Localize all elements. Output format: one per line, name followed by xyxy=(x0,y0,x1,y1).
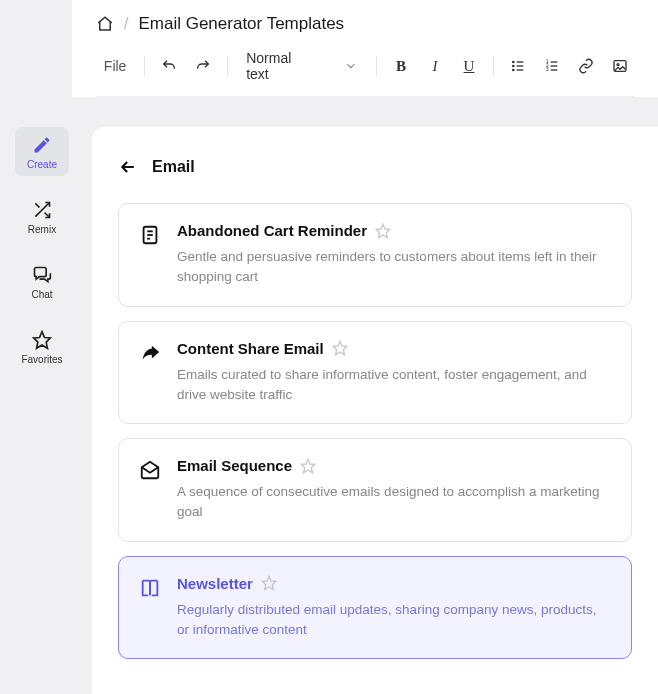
home-icon[interactable] xyxy=(96,15,114,33)
italic-button[interactable]: I xyxy=(421,51,449,81)
bullet-list-icon xyxy=(510,58,526,74)
svg-marker-19 xyxy=(376,224,389,237)
page-title: Email Generator Templates xyxy=(138,14,344,34)
template-card-newsletter[interactable]: Newsletter Regularly distributed email u… xyxy=(118,556,632,660)
underline-button[interactable]: U xyxy=(455,51,483,81)
favorite-star-icon[interactable] xyxy=(261,575,277,591)
card-body: Email Sequence A sequence of consecutive… xyxy=(177,457,611,523)
card-title: Newsletter xyxy=(177,575,253,592)
sidebar-item-chat[interactable]: Chat xyxy=(15,257,69,306)
svg-point-1 xyxy=(513,65,514,66)
card-title-row: Abandoned Cart Reminder xyxy=(177,222,611,239)
sidebar-item-label: Remix xyxy=(28,224,56,235)
format-select-label: Normal text xyxy=(246,50,316,82)
sidebar: Create Remix Chat Favorites xyxy=(0,127,72,694)
sidebar-item-create[interactable]: Create xyxy=(15,127,69,176)
content-title: Email xyxy=(152,158,195,176)
template-card-content-share[interactable]: Content Share Email Emails curated to sh… xyxy=(118,321,632,425)
card-description: A sequence of consecutive emails designe… xyxy=(177,482,611,523)
content-panel: Email Abandoned Cart Reminder Gentle and… xyxy=(92,127,658,694)
bold-button[interactable]: B xyxy=(387,51,415,81)
card-description: Emails curated to share informative cont… xyxy=(177,365,611,406)
toolbar-divider xyxy=(227,56,228,76)
numbered-list-icon: 123 xyxy=(544,58,560,74)
card-body: Newsletter Regularly distributed email u… xyxy=(177,575,611,641)
sidebar-item-favorites[interactable]: Favorites xyxy=(15,322,69,371)
link-button[interactable] xyxy=(572,51,600,81)
card-body: Abandoned Cart Reminder Gentle and persu… xyxy=(177,222,611,288)
back-arrow-icon[interactable] xyxy=(118,157,138,177)
card-title: Email Sequence xyxy=(177,457,292,474)
star-icon xyxy=(32,330,52,350)
editor-toolbar: File Normal text B I U 123 xyxy=(96,50,634,97)
book-open-icon xyxy=(139,577,161,599)
share-arrow-icon xyxy=(139,342,161,364)
template-card-abandoned-cart[interactable]: Abandoned Cart Reminder Gentle and persu… xyxy=(118,203,632,307)
card-title-row: Email Sequence xyxy=(177,457,611,474)
card-body: Content Share Email Emails curated to sh… xyxy=(177,340,611,406)
breadcrumb-separator: / xyxy=(124,15,128,33)
content-header: Email xyxy=(118,157,632,177)
undo-button[interactable] xyxy=(155,51,183,81)
image-icon xyxy=(612,58,628,74)
sidebar-item-label: Create xyxy=(27,159,57,170)
sidebar-item-label: Chat xyxy=(31,289,52,300)
card-title-row: Newsletter xyxy=(177,575,611,592)
link-icon xyxy=(578,58,594,74)
envelope-open-icon xyxy=(139,459,161,481)
undo-icon xyxy=(161,58,177,74)
chat-icon xyxy=(32,265,52,285)
sidebar-item-label: Favorites xyxy=(21,354,62,365)
favorite-star-icon[interactable] xyxy=(300,458,316,474)
svg-marker-22 xyxy=(262,576,275,589)
svg-text:3: 3 xyxy=(546,67,549,72)
main-area: Create Remix Chat Favorites Email Abando… xyxy=(0,97,658,694)
redo-icon xyxy=(195,58,211,74)
sidebar-item-remix[interactable]: Remix xyxy=(15,192,69,241)
card-title: Abandoned Cart Reminder xyxy=(177,222,367,239)
document-icon xyxy=(139,224,161,246)
card-title: Content Share Email xyxy=(177,340,324,357)
breadcrumb: / Email Generator Templates xyxy=(96,14,634,34)
svg-point-0 xyxy=(513,61,514,62)
svg-marker-14 xyxy=(34,332,51,349)
header-bar: / Email Generator Templates File Normal … xyxy=(72,0,658,97)
redo-button[interactable] xyxy=(189,51,217,81)
toolbar-divider xyxy=(493,56,494,76)
pencil-icon xyxy=(32,135,52,155)
svg-point-13 xyxy=(617,64,619,66)
card-description: Regularly distributed email updates, sha… xyxy=(177,600,611,641)
card-description: Gentle and persuasive reminders to custo… xyxy=(177,247,611,288)
image-button[interactable] xyxy=(606,51,634,81)
template-card-email-sequence[interactable]: Email Sequence A sequence of consecutive… xyxy=(118,438,632,542)
bullet-list-button[interactable] xyxy=(504,51,532,81)
favorite-star-icon[interactable] xyxy=(375,223,391,239)
toolbar-divider xyxy=(376,56,377,76)
card-title-row: Content Share Email xyxy=(177,340,611,357)
svg-point-2 xyxy=(513,69,514,70)
file-menu[interactable]: File xyxy=(96,51,134,81)
format-select[interactable]: Normal text xyxy=(238,50,366,82)
svg-marker-20 xyxy=(333,341,346,354)
favorite-star-icon[interactable] xyxy=(332,340,348,356)
svg-marker-21 xyxy=(301,459,314,472)
chevron-down-icon xyxy=(344,59,358,73)
shuffle-icon xyxy=(32,200,52,220)
toolbar-divider xyxy=(144,56,145,76)
numbered-list-button[interactable]: 123 xyxy=(538,51,566,81)
